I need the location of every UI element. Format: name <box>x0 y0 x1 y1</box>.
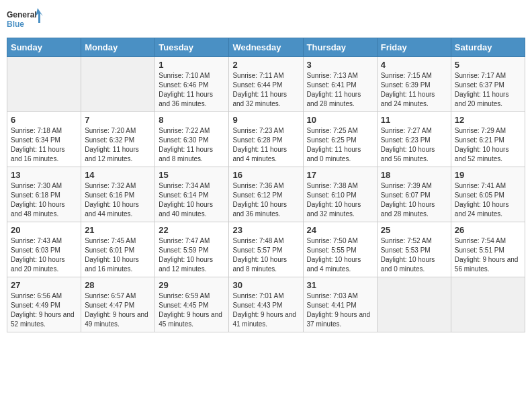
cell-detail: Sunrise: 7:43 AMSunset: 6:03 PMDaylight:… <box>11 236 77 274</box>
cell-detail: Sunrise: 7:11 AMSunset: 6:44 PMDaylight:… <box>232 71 299 109</box>
day-number: 12 <box>455 115 521 125</box>
day-number: 9 <box>232 115 299 125</box>
day-number: 28 <box>85 280 151 290</box>
header-day-friday: Friday <box>377 38 451 57</box>
cell-detail: Sunrise: 7:34 AMSunset: 6:14 PMDaylight:… <box>159 181 225 219</box>
cell-detail: Sunrise: 7:25 AMSunset: 6:25 PMDaylight:… <box>307 126 373 164</box>
calendar-cell: 6Sunrise: 7:18 AMSunset: 6:34 PMDaylight… <box>7 112 81 167</box>
day-number: 17 <box>307 170 373 180</box>
header-day-monday: Monday <box>81 38 155 57</box>
calendar-cell: 19Sunrise: 7:41 AMSunset: 6:05 PMDayligh… <box>451 167 525 222</box>
cell-detail: Sunrise: 7:52 AMSunset: 5:53 PMDaylight:… <box>381 236 447 274</box>
day-number: 3 <box>307 60 373 70</box>
cell-detail: Sunrise: 7:41 AMSunset: 6:05 PMDaylight:… <box>455 181 521 219</box>
calendar-cell: 20Sunrise: 7:43 AMSunset: 6:03 PMDayligh… <box>7 222 81 277</box>
svg-text:General: General <box>7 10 37 19</box>
day-number: 20 <box>11 225 77 235</box>
cell-detail: Sunrise: 7:30 AMSunset: 6:18 PMDaylight:… <box>11 181 77 219</box>
header-day-thursday: Thursday <box>303 38 377 57</box>
cell-detail: Sunrise: 7:03 AMSunset: 4:41 PMDaylight:… <box>307 291 373 329</box>
day-number: 10 <box>307 115 373 125</box>
day-number: 6 <box>11 115 77 125</box>
day-number: 21 <box>85 225 151 235</box>
day-number: 5 <box>455 60 521 70</box>
calendar-cell: 24Sunrise: 7:50 AMSunset: 5:55 PMDayligh… <box>303 222 377 277</box>
calendar-cell: 22Sunrise: 7:47 AMSunset: 5:59 PMDayligh… <box>155 222 229 277</box>
day-number: 16 <box>232 170 299 180</box>
header-day-sunday: Sunday <box>7 38 81 57</box>
cell-detail: Sunrise: 7:36 AMSunset: 6:12 PMDaylight:… <box>232 181 299 219</box>
day-number: 1 <box>159 60 225 70</box>
calendar-cell: 28Sunrise: 6:57 AMSunset: 4:47 PMDayligh… <box>81 277 155 332</box>
calendar-cell: 27Sunrise: 6:56 AMSunset: 4:49 PMDayligh… <box>7 277 81 332</box>
cell-detail: Sunrise: 7:01 AMSunset: 4:43 PMDaylight:… <box>232 291 299 329</box>
calendar-cell: 9Sunrise: 7:23 AMSunset: 6:28 PMDaylight… <box>229 112 303 167</box>
day-number: 23 <box>232 225 299 235</box>
calendar-cell: 31Sunrise: 7:03 AMSunset: 4:41 PMDayligh… <box>303 277 377 332</box>
logo: General Blue <box>7 7 44 32</box>
calendar-cell: 3Sunrise: 7:13 AMSunset: 6:41 PMDaylight… <box>303 57 377 112</box>
calendar-cell: 5Sunrise: 7:17 AMSunset: 6:37 PMDaylight… <box>451 57 525 112</box>
cell-detail: Sunrise: 7:29 AMSunset: 6:21 PMDaylight:… <box>455 126 521 164</box>
svg-text:Blue: Blue <box>7 19 24 29</box>
day-number: 26 <box>455 225 521 235</box>
cell-detail: Sunrise: 7:54 AMSunset: 5:51 PMDaylight:… <box>455 236 521 274</box>
calendar-cell: 13Sunrise: 7:30 AMSunset: 6:18 PMDayligh… <box>7 167 81 222</box>
cell-detail: Sunrise: 7:45 AMSunset: 6:01 PMDaylight:… <box>85 236 151 274</box>
calendar-cell: 16Sunrise: 7:36 AMSunset: 6:12 PMDayligh… <box>229 167 303 222</box>
cell-detail: Sunrise: 7:23 AMSunset: 6:28 PMDaylight:… <box>232 126 299 164</box>
day-number: 14 <box>85 170 151 180</box>
day-number: 11 <box>381 115 447 125</box>
calendar-cell: 8Sunrise: 7:22 AMSunset: 6:30 PMDaylight… <box>155 112 229 167</box>
page-header: General Blue <box>7 7 525 32</box>
week-row-3: 13Sunrise: 7:30 AMSunset: 6:18 PMDayligh… <box>7 167 525 222</box>
week-row-2: 6Sunrise: 7:18 AMSunset: 6:34 PMDaylight… <box>7 112 525 167</box>
calendar-body: 1Sunrise: 7:10 AMSunset: 6:46 PMDaylight… <box>7 57 525 332</box>
day-number: 22 <box>159 225 225 235</box>
calendar-cell: 11Sunrise: 7:27 AMSunset: 6:23 PMDayligh… <box>377 112 451 167</box>
calendar-cell: 4Sunrise: 7:15 AMSunset: 6:39 PMDaylight… <box>377 57 451 112</box>
day-number: 30 <box>232 280 299 290</box>
calendar-cell <box>377 277 451 332</box>
header-day-wednesday: Wednesday <box>229 38 303 57</box>
calendar-cell: 14Sunrise: 7:32 AMSunset: 6:16 PMDayligh… <box>81 167 155 222</box>
day-number: 25 <box>381 225 447 235</box>
cell-detail: Sunrise: 6:59 AMSunset: 4:45 PMDaylight:… <box>159 291 225 329</box>
cell-detail: Sunrise: 6:56 AMSunset: 4:49 PMDaylight:… <box>11 291 77 329</box>
cell-detail: Sunrise: 7:38 AMSunset: 6:10 PMDaylight:… <box>307 181 373 219</box>
calendar-cell: 23Sunrise: 7:48 AMSunset: 5:57 PMDayligh… <box>229 222 303 277</box>
cell-detail: Sunrise: 7:15 AMSunset: 6:39 PMDaylight:… <box>381 71 447 109</box>
calendar-cell: 25Sunrise: 7:52 AMSunset: 5:53 PMDayligh… <box>377 222 451 277</box>
day-number: 2 <box>232 60 299 70</box>
day-number: 8 <box>159 115 225 125</box>
week-row-4: 20Sunrise: 7:43 AMSunset: 6:03 PMDayligh… <box>7 222 525 277</box>
day-number: 27 <box>11 280 77 290</box>
calendar-cell: 12Sunrise: 7:29 AMSunset: 6:21 PMDayligh… <box>451 112 525 167</box>
calendar-cell <box>451 277 525 332</box>
cell-detail: Sunrise: 7:50 AMSunset: 5:55 PMDaylight:… <box>307 236 373 274</box>
cell-detail: Sunrise: 6:57 AMSunset: 4:47 PMDaylight:… <box>85 291 151 329</box>
cell-detail: Sunrise: 7:13 AMSunset: 6:41 PMDaylight:… <box>307 71 373 109</box>
cell-detail: Sunrise: 7:22 AMSunset: 6:30 PMDaylight:… <box>159 126 225 164</box>
header-day-tuesday: Tuesday <box>155 38 229 57</box>
calendar-cell: 15Sunrise: 7:34 AMSunset: 6:14 PMDayligh… <box>155 167 229 222</box>
calendar-table: SundayMondayTuesdayWednesdayThursdayFrid… <box>7 38 525 332</box>
week-row-1: 1Sunrise: 7:10 AMSunset: 6:46 PMDaylight… <box>7 57 525 112</box>
calendar-header: SundayMondayTuesdayWednesdayThursdayFrid… <box>7 38 525 57</box>
cell-detail: Sunrise: 7:17 AMSunset: 6:37 PMDaylight:… <box>455 71 521 109</box>
calendar-cell <box>81 57 155 112</box>
header-day-saturday: Saturday <box>451 38 525 57</box>
week-row-5: 27Sunrise: 6:56 AMSunset: 4:49 PMDayligh… <box>7 277 525 332</box>
cell-detail: Sunrise: 7:32 AMSunset: 6:16 PMDaylight:… <box>85 181 151 219</box>
calendar-cell: 21Sunrise: 7:45 AMSunset: 6:01 PMDayligh… <box>81 222 155 277</box>
cell-detail: Sunrise: 7:18 AMSunset: 6:34 PMDaylight:… <box>11 126 77 164</box>
cell-detail: Sunrise: 7:48 AMSunset: 5:57 PMDaylight:… <box>232 236 299 274</box>
cell-detail: Sunrise: 7:10 AMSunset: 6:46 PMDaylight:… <box>159 71 225 109</box>
day-number: 13 <box>11 170 77 180</box>
day-number: 4 <box>381 60 447 70</box>
cell-detail: Sunrise: 7:47 AMSunset: 5:59 PMDaylight:… <box>159 236 225 274</box>
cell-detail: Sunrise: 7:27 AMSunset: 6:23 PMDaylight:… <box>381 126 447 164</box>
calendar-cell: 7Sunrise: 7:20 AMSunset: 6:32 PMDaylight… <box>81 112 155 167</box>
logo-svg: General Blue <box>7 7 44 32</box>
calendar-cell: 26Sunrise: 7:54 AMSunset: 5:51 PMDayligh… <box>451 222 525 277</box>
